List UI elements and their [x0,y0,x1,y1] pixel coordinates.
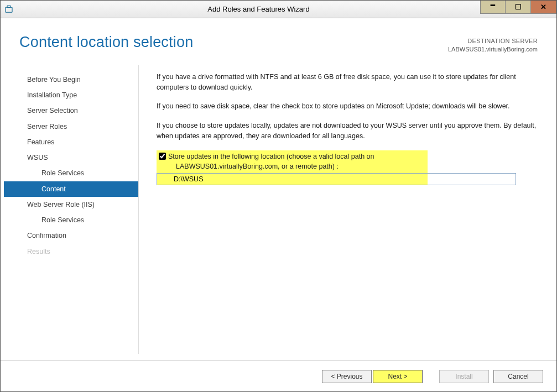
destination-server: LABWSUS01.virtuallyBoring.com [448,45,538,54]
install-button: Install [439,370,489,383]
minimize-button[interactable]: ━ [480,1,506,14]
intro-para-1: If you have a drive formatted with NTFS … [157,72,538,93]
body: Before You Begin Installation Type Serve… [1,59,556,360]
close-button[interactable]: ✕ [531,1,556,14]
svg-rect-1 [7,6,11,7]
cancel-button[interactable]: Cancel [493,370,543,383]
store-label-line2: LABWSUS01.virtuallyBoring.com, or a remo… [168,161,339,172]
nav-sidebar: Before You Begin Installation Type Serve… [4,65,139,354]
nav-wsus-role-services[interactable]: Role Services [4,165,138,181]
nav-web-role-services[interactable]: Role Services [4,212,138,228]
previous-button[interactable]: < Previous [322,370,372,383]
intro-para-2: If you need to save disk space, clear th… [157,101,538,112]
header: Content location selection DESTINATION S… [1,18,556,59]
nav-web-server-role[interactable]: Web Server Role (IIS) [4,197,138,212]
destination-info: DESTINATION SERVER LABWSUS01.virtuallyBo… [448,34,538,54]
footer: < Previous Next > Install Cancel [1,360,556,391]
nav-server-selection[interactable]: Server Selection [4,103,138,118]
store-location-block: Store updates in the following location … [157,150,538,186]
page-title: Content location selection [19,34,193,51]
svg-rect-0 [6,7,12,12]
nav-confirmation[interactable]: Confirmation [4,228,138,243]
nav-features[interactable]: Features [4,134,138,150]
content-pane: If you have a drive formatted with NTFS … [139,65,556,354]
next-button[interactable]: Next > [373,370,423,383]
store-updates-checkbox[interactable] [159,153,166,160]
nav-before-you-begin[interactable]: Before You Begin [4,72,138,87]
store-label-line1: Store updates in the following location … [168,153,374,160]
intro-para-3: If you choose to store updates locally, … [157,121,538,142]
nav-wsus-content[interactable]: Content [4,181,138,197]
path-input-row [157,173,516,185]
nav-server-roles[interactable]: Server Roles [4,119,138,134]
app-icon [4,4,14,14]
nav-results: Results [4,244,138,259]
maximize-button[interactable]: ☐ [506,1,531,14]
wizard-window: Add Roles and Features Wizard ━ ☐ ✕ Cont… [0,0,557,392]
nav-wsus[interactable]: WSUS [4,150,138,165]
store-updates-label: Store updates in the following location … [168,151,425,173]
nav-installation-type[interactable]: Installation Type [4,87,138,103]
store-path-input[interactable] [157,173,516,185]
destination-label: DESTINATION SERVER [448,37,538,45]
window-title: Add Roles and Features Wizard [16,5,501,13]
titlebar: Add Roles and Features Wizard ━ ☐ ✕ [1,1,556,18]
